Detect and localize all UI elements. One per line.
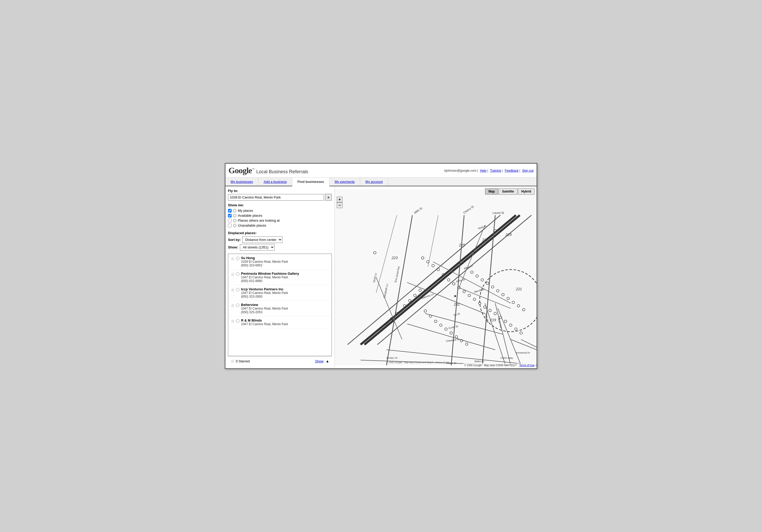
place-item-peninsula[interactable]: ☆ Peninsula Window Fashions Gallery 1047… — [228, 270, 332, 285]
separator: | — [502, 169, 503, 172]
map-svg: Mills St Cherry St Laurel St Noel Dr Alm… — [335, 186, 537, 368]
show-me-label: Show me: — [228, 203, 332, 207]
checkbox-row-others: Places others are looking at — [228, 219, 332, 223]
fly-to-label: Fly to: — [228, 189, 332, 193]
bottom-bar: ☆ 0 Starred Show ▲ — [228, 356, 332, 366]
places-list[interactable]: ☆ Su Hong 1039 El Camino Real, Menlo Par… — [228, 254, 332, 356]
show-streets-select[interactable]: All streets (1351) My street only — [240, 244, 274, 250]
nav-tabs: My businesses Add a business Find busine… — [225, 178, 537, 186]
places-list-container: ☆ Su Hong 1039 El Camino Real, Menlo Par… — [228, 254, 332, 356]
zoom-out-button[interactable]: − — [337, 202, 343, 208]
svg-text:Blake St: Blake St — [475, 360, 484, 363]
place-radio-4[interactable] — [236, 303, 239, 307]
svg-text:225: 225 — [459, 243, 465, 247]
collapse-button[interactable]: ▲ — [326, 359, 329, 363]
zoom-in-button[interactable]: + — [337, 197, 343, 202]
map-view-button[interactable]: Map — [485, 188, 498, 195]
show-label: Show: — [228, 245, 238, 249]
training-link[interactable]: Training — [490, 169, 501, 172]
place-radio-2[interactable] — [236, 272, 239, 276]
main-content: Fly to: » Show me: My places Available p — [225, 186, 537, 368]
tab-find-businesses[interactable]: Find businesses — [292, 178, 330, 186]
header: Google™ Local Business Referrals bjohnso… — [225, 164, 537, 178]
trademark: ™ — [252, 168, 254, 171]
user-email: bjohnson@google.com — [444, 169, 477, 172]
displaced-section: Displaced places: Sort by: Distance from… — [228, 231, 332, 251]
place-info-2: Peninsula Window Fashions Gallery 1047 E… — [241, 272, 329, 283]
place-phone-4: (650) 325-2053 — [241, 310, 329, 314]
svg-text:Evelyn St: Evelyn St — [386, 357, 397, 359]
star-icon-4[interactable]: ☆ — [231, 303, 235, 308]
checkbox-available-places[interactable] — [228, 214, 232, 218]
svg-text:221: 221 — [515, 287, 522, 291]
svg-rect-0 — [335, 189, 537, 366]
place-item-su-hong[interactable]: ☆ Su Hong 1039 El Camino Real, Menlo Par… — [228, 254, 332, 270]
place-radio-1[interactable] — [236, 257, 239, 260]
starred-left: ☆ 0 Starred — [231, 359, 250, 364]
place-name-4: Betterview — [241, 303, 329, 307]
place-address-3: 1047 El Camino Real, Menlo Park — [241, 291, 329, 295]
header-right: bjohnson@google.com | Help | Training | … — [444, 169, 534, 172]
checkbox-others-looking[interactable] — [228, 219, 232, 223]
radio-dot — [233, 209, 236, 212]
sort-select[interactable]: Distance from center Name Address — [242, 236, 282, 243]
checkbox-my-places[interactable] — [228, 209, 232, 213]
svg-text:✦: ✦ — [453, 294, 457, 299]
place-name-3: Iccp Ventures Partners Inc — [241, 287, 329, 291]
place-item-rm-blinds[interactable]: ☆ R & M Blinds 1047 El Camino Real, Menl… — [228, 316, 332, 328]
fly-to-button[interactable]: » — [325, 194, 332, 201]
map-footer: © 2006 Google · Map data ©2006 NAVTEQ™ ·… — [463, 364, 536, 367]
place-phone-3: (650) 323-2800 — [241, 295, 329, 299]
separator: | — [477, 169, 479, 172]
displaced-label: Displaced places: — [228, 231, 332, 235]
svg-text:Kenwood Dr: Kenwood Dr — [516, 351, 530, 354]
star-icon-2[interactable]: ☆ — [231, 272, 235, 277]
sign-out-link[interactable]: Sign out — [522, 169, 534, 172]
svg-text:223: 223 — [391, 256, 398, 260]
separator: | — [519, 169, 521, 172]
separator: | — [487, 169, 489, 172]
show-me-section: Show me: My places Available places Plac… — [228, 203, 332, 229]
place-name-5: R & M Blinds — [241, 318, 329, 322]
help-link[interactable]: Help — [480, 169, 487, 172]
place-radio-3[interactable] — [236, 288, 239, 291]
fly-to-input[interactable] — [228, 194, 324, 201]
checkbox-unavailable[interactable] — [228, 224, 232, 228]
svg-text:© 2006 Google · Map data ©2006: © 2006 Google · Map data ©2006 NAVTEQ™ ·… — [386, 361, 449, 364]
place-item-betterview[interactable]: ☆ Betterview 1047 El Camino Real, Menlo … — [228, 301, 332, 316]
satellite-view-button[interactable]: Satellite — [498, 188, 517, 195]
svg-text:231: 231 — [454, 302, 460, 306]
terms-of-use-link[interactable]: Terms of Use — [519, 364, 535, 367]
show-streets-row: Show: All streets (1351) My street only — [228, 244, 332, 250]
star-icon-3[interactable]: ☆ — [231, 288, 235, 293]
tab-my-businesses[interactable]: My businesses — [225, 178, 259, 186]
place-address-4: 1047 El Camino Real, Menlo Park — [241, 307, 329, 310]
tab-my-account[interactable]: My account — [360, 178, 388, 186]
star-icon-1[interactable]: ☆ — [231, 256, 235, 261]
hybrid-view-button[interactable]: Hybrid — [518, 188, 535, 195]
show-starred-link[interactable]: Show — [315, 359, 324, 363]
sort-row: Sort by: Distance from center Name Addre… — [228, 236, 332, 243]
available-places-label: Available places — [238, 214, 262, 218]
radio-dot-2 — [233, 214, 236, 217]
header-left: Google™ Local Business Referrals — [228, 166, 308, 175]
tab-add-business[interactable]: Add a business — [259, 178, 292, 186]
place-phone-2: (650) 631-8880 — [241, 279, 329, 283]
radio-dot-4 — [233, 224, 236, 227]
bottom-bar-right: Show ▲ — [315, 359, 329, 363]
checkbox-row-myplaces: My places — [228, 209, 332, 213]
unavailable-label: Unavailable places — [238, 224, 266, 228]
others-looking-label: Places others are looking at — [238, 219, 279, 223]
tab-my-payments[interactable]: My payments — [330, 178, 360, 186]
radio-dot-3 — [233, 219, 236, 222]
star-icon-5[interactable]: ☆ — [231, 319, 235, 324]
place-name-1: Su Hong — [241, 256, 329, 260]
place-address-2: 1047 El Camino Real, Menlo Park — [241, 276, 329, 279]
place-info-3: Iccp Ventures Partners Inc 1047 El Camin… — [241, 287, 329, 299]
svg-text:229: 229 — [505, 233, 512, 237]
fly-to-section: Fly to: » — [228, 189, 332, 201]
place-item-iccp[interactable]: ☆ Iccp Ventures Partners Inc 1047 El Cam… — [228, 285, 332, 301]
feedback-link[interactable]: Feedback — [504, 169, 518, 172]
svg-text:227: 227 — [482, 238, 489, 242]
place-radio-5[interactable] — [236, 319, 239, 323]
